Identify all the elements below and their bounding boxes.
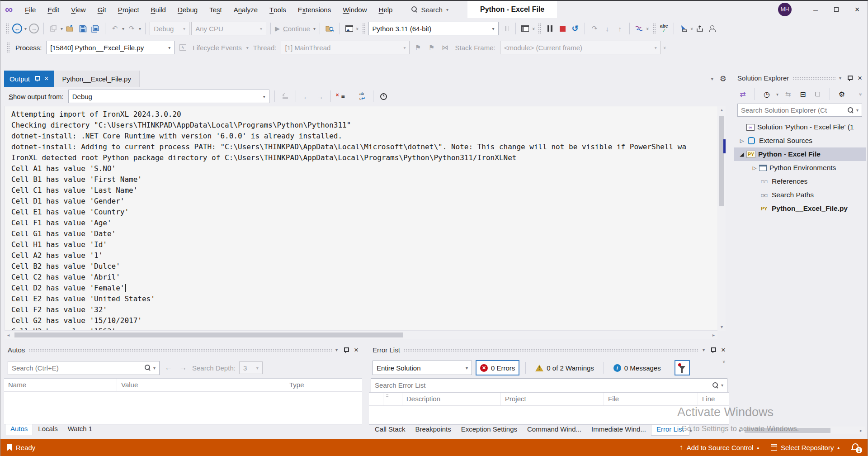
save-all-button[interactable] xyxy=(90,23,101,34)
toolbar-drag-handle[interactable] xyxy=(362,23,365,34)
next-message-button[interactable]: → xyxy=(315,90,326,102)
close-button[interactable]: × xyxy=(847,1,868,18)
output-horizontal-scrollbar[interactable]: ◂ ▸ xyxy=(5,331,717,339)
tab-breakpoints[interactable]: Breakpoints xyxy=(410,425,456,436)
tree-item-python-excel-file-py[interactable]: PYPython__Excel_File.py xyxy=(734,202,866,215)
toggle-word-wrap-button[interactable]: abc↵ xyxy=(357,90,368,102)
close-icon[interactable]: × xyxy=(721,346,726,355)
solution-explorer-home-button[interactable] xyxy=(344,23,354,34)
toolbar-overflow-icon[interactable]: » xyxy=(689,27,694,30)
switch-views-button[interactable]: ⇄ xyxy=(737,88,748,100)
select-repository-button[interactable]: Select Repository ▴ xyxy=(771,444,840,451)
tab-locals[interactable]: Locals xyxy=(33,424,62,435)
tree-item-external-sources[interactable]: ▷External Sources xyxy=(734,134,866,147)
column-header-line[interactable]: Line xyxy=(698,393,729,405)
open-file-button[interactable] xyxy=(65,23,75,34)
manage-packages-button[interactable] xyxy=(500,23,511,34)
tab-call-stack[interactable]: Call Stack xyxy=(370,425,410,436)
tab-exception-settings[interactable]: Exception Settings xyxy=(456,425,522,436)
navigate-back-button[interactable]: ← xyxy=(12,23,23,34)
column-header-blank[interactable] xyxy=(383,393,402,405)
menu-analyze[interactable]: Analyze xyxy=(228,1,264,18)
menu-edit[interactable]: Edit xyxy=(42,1,65,18)
errors-filter-button[interactable]: ✕ 0 Errors xyxy=(476,360,519,375)
minimize-button[interactable]: – xyxy=(805,1,826,18)
scroll-right-icon[interactable]: ▸ xyxy=(857,427,865,434)
column-header-description[interactable]: Description xyxy=(402,393,501,405)
solution-search-box[interactable]: Search Solution Explorer (Ct ▾ xyxy=(737,104,862,117)
scroll-down-icon[interactable]: ▾ xyxy=(718,323,726,331)
chevron-down-icon[interactable]: ▾ xyxy=(153,366,156,370)
column-header-type[interactable]: Type xyxy=(285,379,362,391)
gear-icon[interactable]: ⚙ xyxy=(720,74,726,84)
browse-files-button[interactable] xyxy=(324,23,335,34)
tab-watch-1[interactable]: Watch 1 xyxy=(63,424,97,435)
properties-button[interactable]: ⚙ xyxy=(836,88,847,100)
tab-output[interactable]: Output × xyxy=(4,71,54,87)
solution-explorer-titlebar[interactable]: Solution Explorer ▾ × xyxy=(734,71,866,86)
horizontal-scroll-thumb[interactable] xyxy=(14,332,403,337)
tab-command-wind[interactable]: Command Wind... xyxy=(522,425,586,436)
vertical-scroll-thumb[interactable] xyxy=(719,116,724,206)
collapsed-expander-icon[interactable]: ▷ xyxy=(750,165,759,171)
chevron-down-icon[interactable]: ▾ xyxy=(721,383,723,388)
notifications-button[interactable]: 1 xyxy=(851,442,861,452)
pin-icon[interactable] xyxy=(34,76,40,82)
share-button[interactable] xyxy=(695,23,706,34)
lifecycle-events-label[interactable]: Lifecycle Events xyxy=(193,44,241,52)
continue-button[interactable]: ▶ Continue ▾ xyxy=(275,23,316,34)
toolbar-overflow-icon[interactable]: » xyxy=(859,93,863,95)
clear-all-button[interactable]: ≡ × xyxy=(336,90,347,102)
toggle-timestamp-button[interactable] xyxy=(378,90,389,102)
restore-button[interactable] xyxy=(826,1,847,18)
chevron-down-icon[interactable]: ▾ xyxy=(139,26,141,31)
search-box[interactable]: Search ▾ xyxy=(408,6,452,14)
toolbar-overflow-icon[interactable]: » xyxy=(355,27,360,30)
menu-test[interactable]: Test xyxy=(203,1,228,18)
menu-build[interactable]: Build xyxy=(145,1,172,18)
diagnostic-tools-button[interactable] xyxy=(634,23,645,34)
redo-button[interactable]: ↷ xyxy=(126,23,137,34)
toolbar-overflow-icon[interactable]: » xyxy=(645,27,650,30)
menu-git[interactable]: Git xyxy=(92,1,112,18)
chevron-down-icon[interactable]: ▾ xyxy=(61,26,63,31)
toolbar-overflow-icon[interactable]: » xyxy=(662,46,667,49)
warnings-filter-button[interactable]: 0 of 2 Warnings xyxy=(532,360,598,375)
column-header-value[interactable]: Value xyxy=(117,379,285,391)
scroll-left-icon[interactable]: ◂ xyxy=(736,427,743,434)
step-into-button[interactable]: ↓ xyxy=(602,23,613,34)
sync-with-active-document-button[interactable]: ⇆ xyxy=(783,88,793,100)
search-shallower-button[interactable]: ← xyxy=(163,362,174,374)
tab-list-chevron-icon[interactable]: ▾ xyxy=(711,76,713,81)
menu-extensions[interactable]: Extensions xyxy=(292,1,337,18)
stack-frame-dropdown[interactable]: <module> (Current frame) ▾ xyxy=(500,41,661,54)
expanded-expander-icon[interactable]: ◢ xyxy=(737,152,746,157)
select-element-button[interactable] xyxy=(678,23,689,34)
add-to-source-control-button[interactable]: ↑ Add to Source Control ▴ xyxy=(679,443,759,451)
lifecycle-events-button[interactable]: ϟ xyxy=(177,42,188,53)
show-all-files-button[interactable] xyxy=(812,88,823,100)
pin-icon[interactable] xyxy=(847,75,852,81)
step-out-button[interactable]: ↑ xyxy=(614,23,625,34)
tab-error-list[interactable]: Error List xyxy=(651,425,689,436)
goto-source-button[interactable] xyxy=(280,90,291,102)
console-output[interactable]: Attempting import of IronXL 2024.3.0.20C… xyxy=(5,106,717,331)
column-header-name[interactable]: Name xyxy=(4,379,117,391)
horizontal-scroll-thumb[interactable] xyxy=(745,428,830,433)
spell-checker-button[interactable]: abc✓ xyxy=(659,23,670,34)
window-position-chevron-icon[interactable]: ▾ xyxy=(703,347,705,352)
menu-view[interactable]: View xyxy=(65,1,92,18)
tree-item-python-excel-file[interactable]: ◢PYPython - Excel File xyxy=(734,147,866,161)
filter-button[interactable] xyxy=(675,360,690,375)
solution-horizontal-scrollbar[interactable]: ◂ ▸ xyxy=(736,427,865,434)
new-item-button[interactable] xyxy=(48,23,59,34)
tab-scroll-right-icon[interactable]: ▸ xyxy=(690,428,693,433)
column-header-project[interactable]: Project xyxy=(501,393,604,405)
menu-help[interactable]: Help xyxy=(373,1,399,18)
collapse-all-button[interactable]: ⊟ xyxy=(797,88,808,100)
tab-immediate-wind[interactable]: Immediate Wind... xyxy=(586,425,651,436)
error-list-titlebar[interactable]: Error List ▾ × xyxy=(369,342,729,357)
chevron-down-icon[interactable]: ▾ xyxy=(24,26,27,31)
restart-button[interactable]: ↺ xyxy=(570,23,580,34)
menu-debug[interactable]: Debug xyxy=(172,1,203,18)
